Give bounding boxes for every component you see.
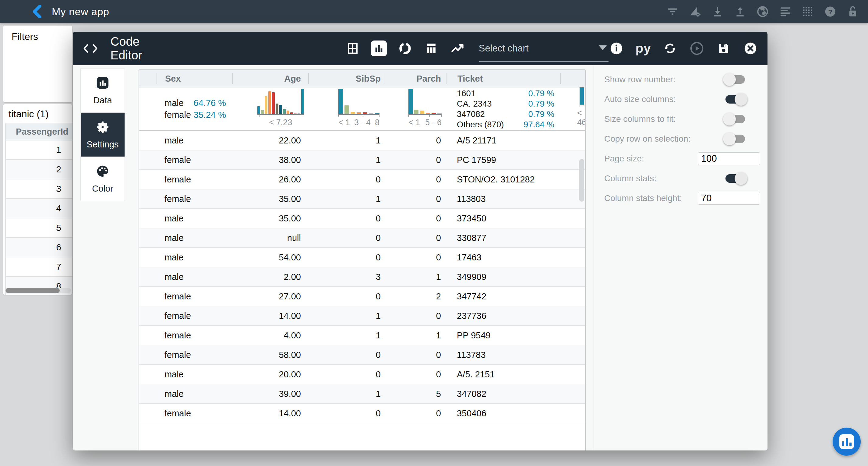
table-row[interactable]: male39.0015347082	[139, 384, 585, 404]
passengerid-column-header[interactable]: PassengerId	[6, 127, 68, 137]
setting-label: Column stats:	[604, 174, 656, 183]
table-vertical-scrollbar[interactable]	[578, 115, 585, 451]
column-header-gap	[139, 73, 157, 84]
donut-chart-icon[interactable]	[397, 40, 413, 56]
setting-row: Show row number:	[604, 69, 768, 89]
column-header-sex[interactable]: Sex	[157, 73, 232, 84]
table-row[interactable]: male22.0010A/5 21171	[139, 131, 585, 151]
column-header-age[interactable]: Age	[232, 73, 308, 84]
table-row[interactable]: male20.0000A/5. 2151	[139, 365, 585, 384]
table-row[interactable]: female14.0000350406	[139, 404, 585, 423]
table-row[interactable]: female4.0011PP 9549	[139, 326, 585, 345]
cell-ticket: 330877	[446, 233, 560, 243]
table-row[interactable]: female26.0000STON/O2. 3101282	[139, 170, 585, 189]
rail-tab-data[interactable]: Data	[81, 68, 125, 113]
bar-chart-icon[interactable]	[371, 40, 387, 56]
column-header-ticket[interactable]: Ticket	[446, 73, 560, 84]
toggle-on[interactable]	[725, 95, 745, 103]
dialog-title: Code Editor	[110, 35, 174, 62]
info-icon[interactable]	[609, 40, 624, 56]
dataset-panel: titanic (1) PassengerId 12345678	[3, 104, 72, 295]
histogram-bar	[257, 106, 260, 114]
rail-tab-label: Settings	[87, 139, 119, 150]
histogram-bars	[257, 90, 304, 115]
toggle-off[interactable]	[725, 115, 745, 123]
chart-settings-icon[interactable]	[688, 5, 702, 18]
table-header-row: SexAgeSibSpParchTicket	[139, 70, 585, 87]
toggle-knob[interactable]	[735, 93, 747, 106]
python-label: py	[635, 41, 651, 56]
cell-parch: 0	[384, 350, 446, 360]
help-icon[interactable]: ?	[824, 5, 837, 18]
cell-sibsp: 0	[308, 408, 384, 418]
python-button[interactable]: py	[635, 40, 651, 56]
table-row[interactable]: female58.0000113783	[139, 345, 585, 365]
setting-row: Page size:	[604, 149, 768, 168]
setting-label: Column stats height:	[604, 193, 682, 203]
table-row[interactable]: male54.000017463	[139, 248, 585, 268]
table-row[interactable]: 1	[6, 141, 72, 160]
list-icon[interactable]	[778, 5, 792, 18]
table-row[interactable]: 6	[6, 238, 72, 257]
download-icon[interactable]	[711, 5, 724, 18]
cell-sex: male	[157, 233, 232, 243]
select-chart-dropdown[interactable]: Select chart	[479, 43, 609, 54]
histogram-bar	[283, 109, 286, 114]
globe-icon[interactable]	[756, 5, 769, 18]
histogram-bar	[350, 112, 355, 114]
editor-side-rail: DataSettingsColor	[81, 68, 125, 201]
histogram-bar	[344, 105, 349, 114]
scrollbar-thumb[interactable]	[5, 288, 60, 293]
grid-dots-icon[interactable]	[801, 5, 814, 18]
rail-tab-color[interactable]: Color	[81, 157, 125, 201]
histogram-bar	[301, 89, 304, 114]
table-row[interactable]: male35.0000373450	[139, 209, 585, 228]
refresh-icon[interactable]	[662, 40, 678, 56]
table-row[interactable]: 4	[6, 199, 72, 218]
toggle-off[interactable]	[725, 75, 745, 84]
table-row[interactable]: female27.0002347742	[139, 287, 585, 306]
filter-icon[interactable]	[666, 5, 679, 18]
table-row[interactable]: 3	[6, 179, 72, 199]
toggle-knob[interactable]	[723, 73, 736, 86]
cell-sibsp: 0	[308, 369, 384, 379]
cell-age: 35.00	[232, 194, 308, 204]
setting-input[interactable]	[698, 152, 760, 165]
toggle-knob[interactable]	[723, 113, 736, 125]
close-icon[interactable]	[743, 40, 758, 56]
lock-open-icon[interactable]	[846, 5, 860, 18]
toggle-on[interactable]	[725, 174, 745, 183]
table-row[interactable]: 2	[6, 160, 72, 179]
cell-ticket: PC 17599	[446, 155, 560, 165]
table-row[interactable]: female14.0010237736	[139, 306, 585, 326]
line-chart-icon[interactable]	[450, 40, 465, 56]
column-table-icon[interactable]	[423, 40, 439, 56]
run-icon[interactable]	[689, 40, 705, 56]
table-row[interactable]: 7	[6, 257, 72, 277]
upload-icon[interactable]	[733, 5, 747, 18]
column-header-parch[interactable]: Parch	[384, 73, 446, 84]
select-chart-placeholder: Select chart	[479, 43, 609, 54]
table-row[interactable]: female38.0010PC 17599	[139, 151, 585, 170]
table-row[interactable]: malenull00330877	[139, 228, 585, 248]
save-icon[interactable]	[716, 40, 732, 56]
table-row[interactable]: female35.0010113803	[139, 189, 585, 209]
histogram-bar	[276, 103, 278, 114]
scrollbar-thumb[interactable]	[579, 159, 584, 201]
ticket-stat-value: 0.79 %	[528, 99, 554, 109]
setting-input[interactable]	[698, 192, 760, 205]
rail-tab-settings[interactable]: Settings	[81, 113, 125, 157]
table-grid-icon[interactable]	[345, 40, 361, 56]
cell-parch: 5	[384, 389, 446, 399]
cell-sibsp: 1	[308, 155, 384, 165]
cell-ticket: 113783	[446, 350, 560, 360]
column-header-sibsp[interactable]: SibSp	[308, 73, 384, 84]
toggle-off[interactable]	[725, 135, 745, 143]
toggle-knob[interactable]	[735, 172, 747, 185]
table-row[interactable]: 5	[6, 218, 72, 238]
toggle-knob[interactable]	[723, 132, 736, 145]
back-button[interactable]	[30, 5, 44, 18]
dataset-horizontal-scrollbar[interactable]	[5, 288, 71, 293]
table-row[interactable]: male2.0031349909	[139, 268, 585, 287]
chart-fab-button[interactable]	[833, 428, 861, 456]
